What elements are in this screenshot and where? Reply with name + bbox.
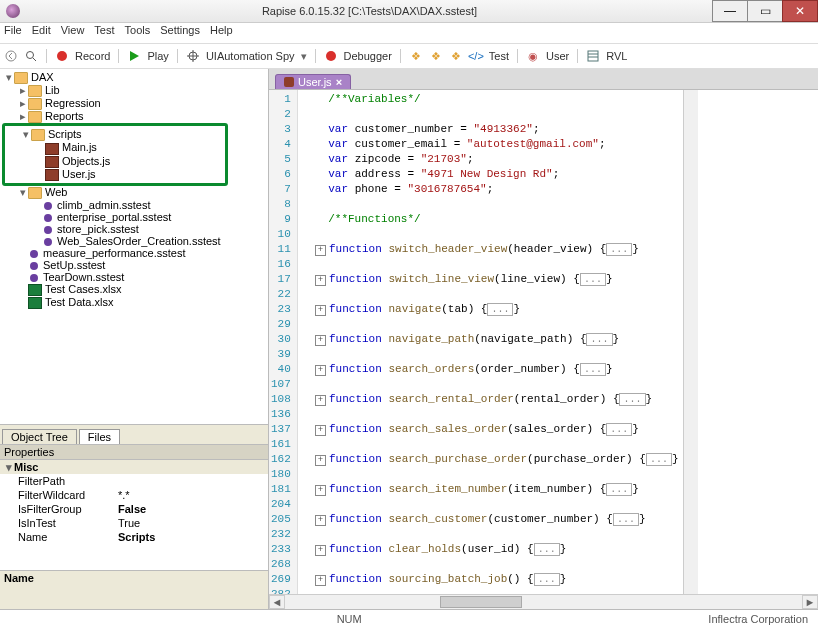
code-line[interactable]: +function search_sales_order(sales_order… [302,422,679,437]
maximize-button[interactable]: ▭ [747,0,783,22]
code-line[interactable]: var customer_email = "autotest@gmail.com… [302,137,679,152]
code-line[interactable]: +function search_customer(customer_numbe… [302,512,679,527]
code-line[interactable]: +function search_rental_order(rental_ord… [302,392,679,407]
menu-settings[interactable]: Settings [160,24,200,42]
tree-file-setup-sstest[interactable]: SetUp.sstest [4,259,268,271]
spy-label[interactable]: UIAutomation Spy [206,50,295,62]
code-line[interactable]: +function clear_holds(user_id) {...} [302,542,679,557]
tree-root[interactable]: ▾DAX [4,71,268,84]
code-line[interactable] [302,467,679,482]
fold-icon[interactable]: + [315,245,326,256]
code-line[interactable]: /**Variables*/ [302,92,679,107]
code-line[interactable] [302,197,679,212]
spy-dropdown[interactable]: ▾ [301,50,307,63]
play-label[interactable]: Play [147,50,168,62]
code-line[interactable] [302,377,679,392]
tree-file-objects-js[interactable]: Objects.js [7,155,223,168]
code-line[interactable]: +function switch_header_view(header_view… [302,242,679,257]
tab-object-tree[interactable]: Object Tree [2,429,77,444]
tree-lib[interactable]: ▸Lib [4,84,268,97]
code-icon[interactable]: </> [469,49,483,63]
code-line[interactable]: var phone = "3016787654"; [302,182,679,197]
close-tab-icon[interactable]: × [336,76,342,88]
close-button[interactable]: ✕ [782,0,818,22]
tree-reports[interactable]: ▸Reports [4,110,268,123]
tree-regression[interactable]: ▸Regression [4,97,268,110]
menu-test[interactable]: Test [94,24,114,42]
menu-view[interactable]: View [61,24,85,42]
code-line[interactable] [302,407,679,422]
prop-row-filterpath[interactable]: FilterPath [0,474,268,488]
menu-edit[interactable]: Edit [32,24,51,42]
debugger-label[interactable]: Debugger [344,50,392,62]
record-icon[interactable] [55,49,69,63]
fold-icon[interactable]: + [315,545,326,556]
prop-row-filterwildcard[interactable]: FilterWildcard*.* [0,488,268,502]
tree-file-climb_admin-sstest[interactable]: climb_admin.sstest [4,199,268,211]
code-line[interactable]: var customer_number = "4913362"; [302,122,679,137]
user-label[interactable]: User [546,50,569,62]
tree-file-measure_performance-sstest[interactable]: measure_performance.sstest [4,247,268,259]
fold-icon[interactable]: + [315,485,326,496]
prop-row-isintest[interactable]: IsInTestTrue [0,516,268,530]
prop-row-isfiltergroup[interactable]: IsFilterGroupFalse [0,502,268,516]
rvl-icon[interactable] [586,49,600,63]
menu-file[interactable]: File [4,24,22,42]
scroll-right-icon[interactable]: ► [802,595,818,609]
code-line[interactable]: +function sourcing_batch_job() {...} [302,572,679,587]
search-icon[interactable] [24,49,38,63]
code-line[interactable]: var address = "4971 New Design Rd"; [302,167,679,182]
tool-icon-3[interactable]: ❖ [449,49,463,63]
tree-file-teardown-sstest[interactable]: TearDown.sstest [4,271,268,283]
editor-tab-user-js[interactable]: User.js × [275,74,351,89]
code-line[interactable]: +function switch_line_view(line_view) {.… [302,272,679,287]
tool-icon-2[interactable]: ❖ [429,49,443,63]
prop-group-misc[interactable]: ▾Misc [0,460,268,474]
fold-icon[interactable]: + [315,515,326,526]
user-icon[interactable]: ◉ [526,49,540,63]
rvl-label[interactable]: RVL [606,50,627,62]
scroll-left-icon[interactable]: ◄ [269,595,285,609]
code-area[interactable]: /**Variables*/ var customer_number = "49… [298,90,683,594]
play-icon[interactable] [127,49,141,63]
fold-icon[interactable]: + [315,305,326,316]
code-line[interactable]: +function search_orders(order_number) {.… [302,362,679,377]
code-line[interactable] [302,317,679,332]
prop-row-name[interactable]: NameScripts [0,530,268,544]
menu-help[interactable]: Help [210,24,233,42]
code-line[interactable]: var zipcode = "21703"; [302,152,679,167]
nav-back-icon[interactable] [4,49,18,63]
code-line[interactable] [302,287,679,302]
file-tree[interactable]: ▾DAX▸Lib▸Regression▸Reports▾ScriptsMain.… [0,69,268,424]
tree-web[interactable]: ▾Web [4,186,268,199]
code-line[interactable]: +function navigate_path(navigate_path) {… [302,332,679,347]
tree-file-web_salesorder_creation-sstest[interactable]: Web_SalesOrder_Creation.sstest [4,235,268,247]
scroll-thumb[interactable] [440,596,522,608]
menu-tools[interactable]: Tools [125,24,151,42]
code-line[interactable] [302,107,679,122]
properties-grid[interactable]: ▾MiscFilterPathFilterWildcard*.*IsFilter… [0,460,268,570]
fold-icon[interactable]: + [315,335,326,346]
fold-icon[interactable]: + [315,365,326,376]
code-line[interactable] [302,587,679,594]
tree-file-test-data-xlsx[interactable]: Test Data.xlsx [4,296,268,309]
fold-icon[interactable]: + [315,455,326,466]
code-line[interactable] [302,437,679,452]
fold-icon[interactable]: + [315,395,326,406]
record-label[interactable]: Record [75,50,110,62]
vertical-scrollbar[interactable] [683,90,698,594]
tree-file-store_pick-sstest[interactable]: store_pick.sstest [4,223,268,235]
minimize-button[interactable]: — [712,0,748,22]
code-line[interactable] [302,347,679,362]
tree-file-user-js[interactable]: User.js [7,168,223,181]
code-line[interactable]: +function search_purchase_order(purchase… [302,452,679,467]
code-line[interactable] [302,227,679,242]
tree-file-enterprise_portal-sstest[interactable]: enterprise_portal.sstest [4,211,268,223]
code-line[interactable] [302,257,679,272]
horizontal-scrollbar[interactable]: ◄ ► [269,594,818,609]
fold-icon[interactable]: + [315,575,326,586]
tree-scripts[interactable]: ▾Scripts [7,128,223,141]
code-line[interactable]: /**Functions*/ [302,212,679,227]
code-line[interactable] [302,557,679,572]
debugger-icon[interactable] [324,49,338,63]
